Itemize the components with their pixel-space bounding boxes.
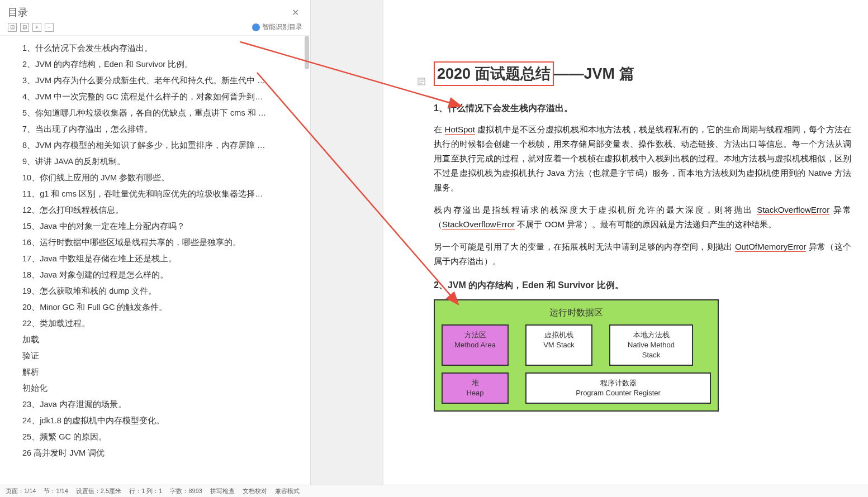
toc-item[interactable]: 1、什么情况下会发生栈内存溢出。 [22, 40, 302, 56]
heading-q1: 1、什么情况下会发生栈内存溢出。 [434, 103, 851, 114]
toc-item[interactable]: 5、你知道哪几种垃圾收集器，各自的优缺点，重点讲下 cms 和 … [22, 105, 302, 121]
toc-item[interactable]: 26 高并发时 JVM 调优 [22, 445, 302, 461]
document-viewer: 2020 面试题总结——JVM 篇 1、什么情况下会发生栈内存溢出。 在 Hot… [311, 0, 868, 497]
term-hotspot: HotSpot [445, 125, 475, 135]
title-suffix: ——JVM 篇 [554, 65, 634, 82]
document-page: 2020 面试题总结——JVM 篇 1、什么情况下会发生栈内存溢出。 在 Hot… [383, 0, 868, 486]
toc-item[interactable]: 8、JVM 内存模型的相关知识了解多少，比如重排序，内存屏障 … [22, 137, 302, 154]
toc-sidebar: 目录 ✕ ⊡ ⊟ + − 智能识别目录 1、什么情况下会发生栈内存溢出。 2、J… [0, 0, 311, 497]
smart-toc-label: 智能识别目录 [262, 22, 302, 32]
diagram-pc-register: 程序计数器 Program Counter Register [525, 372, 711, 404]
toc-item[interactable]: 18、Java 对象创建的过程是怎么样的。 [22, 267, 302, 283]
term-oom: OutOfMemoryError [735, 242, 807, 252]
smart-toc-icon [252, 23, 260, 31]
collapse-all-button[interactable]: ⊟ [20, 23, 29, 32]
toc-item[interactable]: 解析 [22, 364, 302, 380]
scrollbar-thumb[interactable] [305, 36, 309, 69]
toc-item[interactable]: 11、g1 和 cms 区别，吞吐量优先和响应优先的垃圾收集器选择… [22, 186, 302, 202]
toc-title: 目录 [8, 6, 28, 19]
status-spellcheck[interactable]: 拼写检查 [210, 487, 235, 495]
status-page[interactable]: 页面：1/14 [6, 487, 36, 495]
expand-all-button[interactable]: ⊡ [8, 23, 17, 32]
diagram-native-stack: 本地方法栈 Native Method Stack [609, 324, 693, 366]
status-line: 行：1 列：1 [129, 487, 162, 495]
toc-list: 1、什么情况下会发生栈内存溢出。 2、JVM 的内存结构，Eden 和 Surv… [0, 36, 310, 497]
diagram-heap: 堆 Heap [442, 372, 509, 404]
toc-item[interactable]: 20、Minor GC 和 Full GC 的触发条件。 [22, 299, 302, 316]
status-comment: 兼容模式 [275, 487, 300, 495]
close-icon[interactable]: ✕ [288, 6, 302, 19]
paragraph-1: 在 HotSpot 虚拟机中是不区分虚拟机栈和本地方法栈，栈是线程私有的，它的生… [434, 122, 851, 195]
status-section: 节：1/14 [44, 487, 68, 495]
toc-item[interactable]: 2、JVM 的内存结构，Eden 和 Survivor 比例。 [22, 56, 302, 73]
heading-q2: 2、JVM 的内存结构，Eden 和 Survivor 比例。 [434, 280, 851, 291]
toc-item[interactable]: 25、频繁 GC 的原因。 [22, 429, 302, 445]
toc-item[interactable]: 加载 [22, 332, 302, 348]
paragraph-2: 栈内存溢出是指线程请求的栈深度大于虚拟机所允许的最大深度，则将抛出 StackO… [434, 203, 851, 232]
toc-item[interactable]: 16、运行时数据中哪些区域是线程共享的，哪些是独享的。 [22, 235, 302, 251]
level-up-button[interactable]: + [32, 23, 41, 32]
toc-item[interactable]: 23、Java 内存泄漏的场景。 [22, 396, 302, 413]
section-icon [417, 77, 427, 87]
paragraph-3: 另一个可能是引用了大的变量，在拓展栈时无法申请到足够的内存空间，则抛出 OutO… [434, 240, 851, 269]
status-bar: 页面：1/14 节：1/14 设置值：2.5厘米 行：1 列：1 字数：8993… [0, 485, 868, 497]
toc-item[interactable]: 17、Java 中数组是存储在堆上还是栈上。 [22, 251, 302, 267]
toc-item[interactable]: 验证 [22, 348, 302, 364]
diagram-method-area: 方法区 Method Area [442, 324, 509, 366]
document-title: 2020 面试题总结——JVM 篇 [434, 61, 851, 86]
toc-item[interactable]: 24、jdk1.8 的虚拟机中内存模型变化。 [22, 413, 302, 429]
toc-item[interactable]: 22、类加载过程。 [22, 316, 302, 332]
toc-item[interactable]: 19、怎么获取堆和栈的 dump 文件。 [22, 283, 302, 299]
toc-item[interactable]: 7、当出现了内存溢出，怎么排错。 [22, 121, 302, 137]
term-stackoverflow-2: StackOverflowError [442, 219, 515, 230]
title-highlighted: 2020 面试题总结 [434, 61, 554, 86]
diagram-vm-stack: 虚拟机栈 VM Stack [525, 324, 592, 366]
toc-item[interactable]: 3、JVM 内存为什么要分成新生代、老年代和持久代。新生代中 … [22, 73, 302, 89]
toc-item[interactable]: 15、Java 中的对象一定在堆上分配内存吗？ [22, 218, 302, 235]
status-wordcount[interactable]: 字数：8993 [170, 487, 202, 495]
jvm-memory-diagram: 运行时数据区 方法区 Method Area 虚拟机栈 VM Stack 本地方… [434, 299, 719, 412]
status-doccheck[interactable]: 文档校对 [243, 487, 267, 495]
toc-item[interactable]: 初始化 [22, 380, 302, 396]
toc-item[interactable]: 10、你们线上应用的 JVM 参数有哪些。 [22, 170, 302, 186]
toc-item[interactable]: 12、怎么打印线程栈信息。 [22, 202, 302, 218]
term-stackoverflow: StackOverflowError [757, 205, 829, 215]
toc-item[interactable]: 4、JVM 中一次完整的 GC 流程是什么样子的，对象如何晋升到… [22, 89, 302, 105]
status-setting: 设置值：2.5厘米 [76, 487, 121, 495]
level-down-button[interactable]: − [45, 23, 54, 32]
smart-toc-button[interactable]: 智能识别目录 [252, 22, 302, 32]
toc-item[interactable]: 9、讲讲 JAVA 的反射机制。 [22, 154, 302, 170]
diagram-title: 运行时数据区 [442, 307, 711, 319]
